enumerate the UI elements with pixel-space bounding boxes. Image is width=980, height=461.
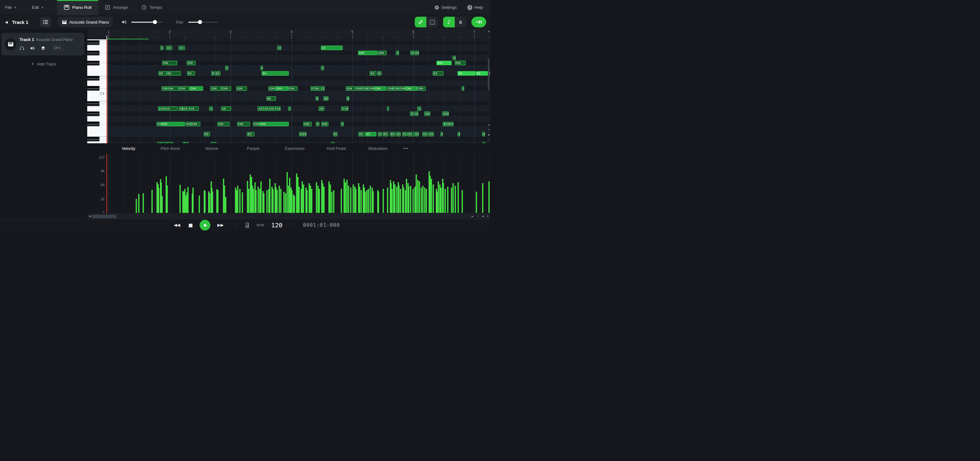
midi-note[interactable]: A3 [160,107,165,111]
scroll-up-icon[interactable]: ▴ [488,30,490,33]
midi-note[interactable]: A3 [275,107,281,111]
velocity-bar[interactable] [417,180,418,213]
velocity-bar[interactable] [294,196,295,213]
midi-note[interactable]: G#4 [414,51,419,55]
velocity-bar[interactable] [138,194,140,213]
velocity-bar[interactable] [253,189,254,213]
velocity-bar[interactable] [263,193,264,213]
velocity-bar[interactable] [319,189,320,213]
midi-note[interactable]: F#3 [237,122,250,126]
velocity-bar[interactable] [476,192,477,213]
midi-note[interactable]: E4 [458,71,476,76]
midi-note[interactable]: E3 [247,132,255,136]
velocity-bar[interactable] [225,197,226,213]
velocity-bar[interactable] [192,188,194,213]
velocity-lane[interactable]: 1279664321 [87,154,490,213]
midi-note[interactable]: E4 [167,71,181,76]
layers-icon[interactable] [41,46,46,50]
midi-note[interactable]: E4 [215,71,220,76]
horizontal-scroll-thumb[interactable] [91,215,116,218]
edit-menu[interactable]: Edit ▼ [32,5,44,10]
velocity-bar[interactable] [370,186,371,213]
velocity-bar[interactable] [458,182,459,213]
midi-note[interactable]: G#3 [424,111,430,116]
midi-note[interactable]: F#3 [321,122,328,126]
velocity-bar[interactable] [451,188,452,213]
midi-note[interactable]: C#4 [405,86,417,91]
lane-tab-velocity[interactable]: Velocity [108,146,149,151]
midi-note[interactable]: G#4 [358,51,377,55]
midi-note[interactable]: C#4 [321,86,325,91]
velocity-bar[interactable] [143,193,144,213]
stop-button[interactable]: ■ [188,222,193,228]
midi-note[interactable]: E3 [407,132,414,136]
velocity-bar[interactable] [383,189,384,213]
midi-note[interactable]: F#3 [259,122,289,126]
midi-note[interactable]: A3 [178,107,183,111]
midi-note[interactable]: F4 [261,66,263,70]
velocity-bar[interactable] [291,190,293,213]
velocity-bar[interactable] [306,190,308,213]
midi-note[interactable]: E3 [402,132,406,136]
headphones-icon[interactable] [19,46,24,50]
note-grid[interactable]: A4A4A4A4A4G#4G#4G#4G#4G#4G4F#4F#4F#4F#4F… [87,39,490,143]
midi-note[interactable]: G#3 [414,111,418,116]
velocity-bar[interactable] [421,188,422,213]
velocity-bar[interactable] [255,190,257,213]
velocity-bar[interactable] [361,190,362,213]
midi-note[interactable]: A3 [387,107,389,111]
velocity-bar[interactable] [408,187,409,213]
midi-note[interactable]: C#4 [268,86,275,91]
track-card[interactable]: Track 1Acoustic Grand Piano CH 1 [1,33,84,56]
midi-note[interactable]: E4 [370,71,376,76]
midi-note[interactable]: E4 [476,71,488,76]
velocity-bar[interactable] [248,189,250,213]
midi-note[interactable]: E4 [433,71,443,76]
velocity-bar[interactable] [424,188,425,213]
midi-note[interactable]: E4 [187,71,195,76]
velocity-bar[interactable] [239,189,240,213]
velocity-bar[interactable] [258,187,259,213]
velocity-bar[interactable] [410,186,411,213]
midi-note[interactable]: B3 [266,96,276,101]
midi-note[interactable]: E3 [429,132,434,136]
midi-note[interactable]: F#3 [161,122,185,126]
zoom-out-icon[interactable]: − [477,215,479,218]
midi-note[interactable]: C#4 [179,86,189,91]
snap-value-button[interactable]: 8 [455,17,466,27]
velocity-bar[interactable] [345,182,346,213]
midi-note[interactable]: A4 [178,46,185,50]
channel-badge[interactable]: CH 1 [51,45,64,51]
note-snap-button[interactable]: ♪ [443,17,455,27]
velocity-bar[interactable] [285,193,286,213]
lane-tab-hold-pedal[interactable]: Hold Pedal [315,146,357,151]
midi-note[interactable]: F#3 [316,122,319,126]
velocity-bar[interactable] [209,193,210,213]
midi-note[interactable]: E3 [302,132,306,136]
velocity-bar[interactable] [462,190,463,213]
velocity-bar[interactable] [359,187,360,213]
rewind-button[interactable]: ◀◀ [174,223,180,227]
scroll-left-icon[interactable]: ◂ [89,214,91,218]
zoom-in-icon[interactable]: + [487,215,489,218]
midi-note[interactable]: C#4 [368,86,374,91]
velocity-bar[interactable] [279,186,280,213]
midi-note[interactable]: E3 [482,132,485,136]
velocity-bar[interactable] [204,191,206,213]
velocity-bar[interactable] [316,182,317,213]
lane-tab-expression[interactable]: Expression [274,146,315,151]
midi-note[interactable]: E3 [204,132,210,136]
midi-note[interactable]: A3 [263,107,269,111]
velocity-bar[interactable] [217,190,218,213]
velocity-bar[interactable] [355,189,356,213]
lane-tab-pitch-bend[interactable]: Pitch Bend [149,146,191,151]
velocity-bar[interactable] [303,184,304,213]
track-list-button[interactable] [40,17,51,27]
velocity-bar[interactable] [212,192,213,213]
play-button[interactable]: ▶ [200,220,210,230]
midi-note[interactable]: E3 [441,132,443,136]
velocity-bar[interactable] [277,190,278,213]
velocity-bar[interactable] [162,196,163,213]
settings-button[interactable]: Settings [434,5,457,10]
vertical-scroll-thumb[interactable] [488,59,489,90]
